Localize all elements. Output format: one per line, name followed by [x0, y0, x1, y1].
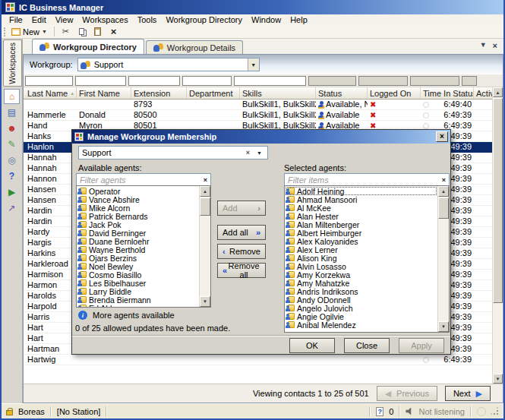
status-orb-icon[interactable]: ▶: [4, 185, 20, 200]
scroll-thumb[interactable]: [438, 197, 449, 219]
list-item[interactable]: Noel Bewley: [77, 262, 198, 270]
table-scrollbar[interactable]: ▲ ▼: [492, 87, 502, 384]
list-item[interactable]: Cosmo Biasillo: [77, 270, 198, 279]
close-icon[interactable]: ×: [493, 41, 497, 50]
chevron-down-icon[interactable]: ▼: [254, 150, 264, 156]
column-filter-input[interactable]: [234, 76, 306, 86]
list-item[interactable]: Les Bibelhauser: [77, 279, 198, 287]
list-item[interactable]: Patrick Bernards: [77, 212, 198, 220]
scroll-down-icon[interactable]: ▼: [438, 321, 449, 332]
column-header[interactable]: Logged On: [368, 87, 421, 99]
list-item[interactable]: Albert Heimburger: [286, 229, 437, 237]
list-item[interactable]: Larry Biddle: [77, 287, 198, 295]
chevron-down-icon[interactable]: ▼: [248, 58, 259, 71]
column-header[interactable]: Last Name▲: [25, 87, 77, 99]
close-button[interactable]: Close: [344, 338, 390, 353]
search-icon[interactable]: ◎: [4, 153, 20, 168]
list-item[interactable]: Mike Alcorn: [77, 204, 198, 212]
menu-item-tools[interactable]: Tools: [133, 15, 162, 24]
scroll-up-icon[interactable]: ▲: [438, 186, 449, 197]
paste-icon[interactable]: [91, 26, 104, 37]
list-item[interactable]: Anibal Melendez: [286, 321, 437, 329]
list-item[interactable]: Al McKee: [286, 204, 437, 212]
help-icon[interactable]: ?: [4, 169, 20, 184]
delete-icon[interactable]: ×: [107, 26, 120, 37]
remove-button[interactable]: ‹ Remove: [217, 244, 266, 259]
list-item[interactable]: Vance Abshire: [77, 195, 198, 204]
list-scrollbar[interactable]: ▲ ▼: [437, 186, 449, 332]
copy-icon[interactable]: [75, 26, 88, 37]
clear-filter-icon[interactable]: ×: [200, 176, 210, 184]
column-header[interactable]: Extension: [131, 87, 187, 99]
dialog-close-button[interactable]: ×: [436, 131, 448, 142]
window-titlebar[interactable]: IC Business Manager: [2, 0, 503, 14]
list-item[interactable]: Brenda Biermann: [77, 295, 198, 304]
column-header[interactable]: Skills: [240, 87, 316, 99]
dialog-titlebar[interactable]: Manage Workgroup Membership ×: [72, 130, 450, 144]
selected-agents-list[interactable]: Adolf HeiningAhmad MansooriAl McKeeAlan …: [284, 185, 450, 333]
list-item[interactable]: Amy Korzekwa: [286, 270, 437, 279]
new-button[interactable]: New ▼: [9, 27, 49, 36]
list-item[interactable]: Ahmad Mansoori: [286, 195, 437, 204]
ok-button[interactable]: OK: [289, 338, 335, 353]
filter-items-input[interactable]: [285, 175, 439, 185]
toolbar-grip[interactable]: [4, 27, 6, 36]
tab-workgroup-directory[interactable]: Workgroup Directory: [32, 39, 144, 54]
list-item[interactable]: Alvin Losasso: [286, 262, 437, 270]
add-button[interactable]: Add ›: [217, 201, 266, 216]
cut-icon[interactable]: ✂: [59, 26, 72, 37]
table-row[interactable]: Hartwig6:49:39: [24, 355, 503, 365]
column-filter-input[interactable]: [25, 76, 73, 86]
home-icon[interactable]: ⌂: [4, 89, 20, 104]
column-header[interactable]: Time In Status: [421, 87, 474, 99]
list-item[interactable]: Ojars Berzins: [77, 254, 198, 262]
list-item[interactable]: Angie Ogilvie: [286, 312, 437, 321]
scroll-thumb[interactable]: [200, 197, 210, 216]
column-filter-input[interactable]: [182, 76, 232, 86]
list-item[interactable]: Amy Mahatzke: [286, 279, 437, 287]
list-item[interactable]: Adolf Heining: [286, 187, 437, 195]
workgroup-combo[interactable]: Support × ▼: [78, 146, 268, 159]
remove-all-button[interactable]: « Remove all: [217, 263, 266, 278]
next-button[interactable]: Next ▶: [445, 386, 491, 401]
list-item[interactable]: Ed Alder: [77, 304, 198, 307]
column-header[interactable]: First Name: [77, 87, 131, 99]
table-row[interactable]: 8793BulkSkill1, BulkSkill2, Bul...Availa…: [24, 99, 503, 110]
menu-item-workspaces[interactable]: Workspaces: [77, 15, 132, 24]
person-icon[interactable]: ☻: [4, 121, 20, 136]
column-header[interactable]: Activa: [474, 87, 493, 99]
scroll-up-icon[interactable]: ▲: [200, 186, 210, 197]
column-header[interactable]: Department: [187, 87, 240, 99]
tab-workgroup-details[interactable]: Workgroup Details: [146, 40, 243, 54]
add-all-button[interactable]: Add all »: [217, 225, 266, 240]
menu-item-window[interactable]: Window: [247, 15, 286, 24]
menu-item-file[interactable]: File: [5, 15, 27, 24]
chevron-down-icon[interactable]: ▼: [480, 41, 487, 50]
edit-icon[interactable]: ✎: [4, 137, 20, 152]
apply-button[interactable]: Apply: [399, 338, 444, 353]
list-item[interactable]: Andris Indriksons: [286, 287, 437, 295]
list-item[interactable]: Alan Hester: [286, 212, 437, 220]
list-item[interactable]: Alex Lerner: [286, 245, 437, 254]
list-item[interactable]: Operator: [77, 187, 198, 195]
menu-item-help[interactable]: Help: [286, 15, 312, 24]
list-item[interactable]: Duane Bernloehr: [77, 237, 198, 245]
report-icon[interactable]: ▤: [4, 105, 20, 120]
list-item[interactable]: Alex Kaloyanides: [286, 237, 437, 245]
scroll-thumb[interactable]: [493, 98, 503, 303]
column-filter-input[interactable]: [75, 76, 126, 86]
column-header[interactable]: Status: [316, 87, 368, 99]
available-agents-list[interactable]: OperatorVance AbshireMike AlcornPatrick …: [76, 185, 211, 308]
list-item[interactable]: Angelo Julovich: [286, 304, 437, 312]
clear-filter-icon[interactable]: ×: [439, 176, 449, 184]
scroll-down-icon[interactable]: ▼: [200, 296, 210, 307]
workspaces-tab[interactable]: Workspaces: [3, 39, 22, 87]
chart-icon[interactable]: ↗: [4, 201, 20, 216]
list-item[interactable]: Alan Miltenberger: [286, 220, 437, 229]
scroll-up-icon[interactable]: ▲: [493, 87, 503, 97]
list-item[interactable]: David Berninger: [77, 229, 198, 237]
scroll-down-icon[interactable]: ▼: [493, 374, 503, 384]
list-item[interactable]: Alison King: [286, 254, 437, 262]
filter-agents-input[interactable]: [77, 175, 200, 185]
list-item[interactable]: Wayne Berthold: [77, 245, 198, 254]
